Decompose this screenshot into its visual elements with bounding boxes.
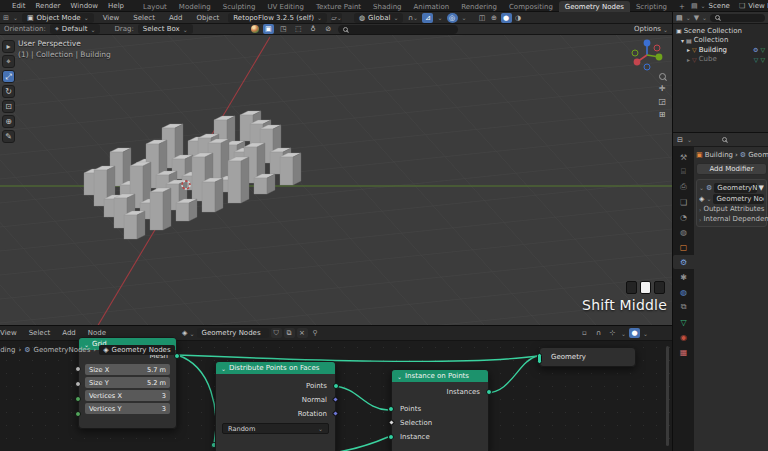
tab-sculpting[interactable]: Sculpting	[217, 1, 262, 12]
node-group-row[interactable]: ◈⌄ Geometry Nodes	[699, 193, 764, 204]
distribute-method-dropdown[interactable]: Random⌄	[222, 423, 329, 434]
object-data-tab-icon[interactable]: ▽	[673, 315, 694, 329]
addon-extra-dropdown[interactable]: ▱⌄	[331, 13, 342, 23]
zoom-icon[interactable]	[659, 73, 666, 80]
scene-name[interactable]: Scene	[709, 2, 730, 10]
tab-modeling[interactable]: Modeling	[173, 1, 217, 12]
vertices-x-input-socket[interactable]	[75, 396, 81, 402]
instance-on-points-node[interactable]: ⌄Instance on Points Instances Points Sel…	[391, 369, 489, 451]
prop-modifier-name[interactable]: Geometr	[748, 151, 768, 159]
pan-hand-icon[interactable]: ✛	[659, 84, 666, 93]
breadcrumb-node-group[interactable]: GeometryNodes	[34, 346, 91, 354]
mesh-output-socket[interactable]	[174, 353, 180, 359]
grid-vertices-y-field[interactable]: Vertices Y3	[85, 403, 170, 414]
material-shading-icon[interactable]: ●	[501, 13, 512, 23]
outliner-search-field[interactable]	[710, 14, 765, 22]
points-output-socket[interactable]	[333, 383, 339, 389]
outliner-row-scene-collection[interactable]: ▣ Scene Collection	[673, 26, 768, 36]
internal-dependencies-section[interactable]: ›Internal Dependencies	[699, 214, 764, 224]
geometry-node-editor[interactable]: View Select Add Node ◈⌄ Geometry Nodes ⛉…	[0, 325, 672, 451]
building-modifier-icon[interactable]: ⚙	[753, 46, 758, 53]
vertices-y-input-socket[interactable]	[75, 411, 81, 417]
node-editor-scrollbar[interactable]	[666, 346, 669, 446]
annotate-tool-button[interactable]: ✎	[2, 130, 15, 143]
physics-tab-icon[interactable]: ◍	[673, 285, 694, 299]
building-nodes-icon[interactable]: ▽	[760, 46, 768, 53]
outliner-row-cube[interactable]: ▸ ▽ Cube ▽ ▽	[673, 55, 768, 65]
cube-data-icon[interactable]: ▽	[754, 56, 759, 63]
add-workspace-button[interactable]: +	[673, 1, 691, 12]
navigation-gizmo[interactable]	[630, 38, 664, 72]
cube-nodes-icon[interactable]: ▽	[760, 56, 768, 63]
overlays-icon[interactable]: ⬚	[293, 24, 304, 34]
outliner-row-building[interactable]: ▸ ▽ Building ⚙ ▽	[673, 45, 768, 55]
points-input-socket[interactable]	[388, 406, 394, 412]
tab-layout[interactable]: Layout	[137, 1, 173, 12]
building-expand-icon[interactable]: ▸	[687, 46, 690, 53]
transform-orientation-dropdown[interactable]: ◍ Global⌄	[354, 13, 403, 23]
menu-view[interactable]: View	[98, 14, 125, 22]
menu-window[interactable]: Window	[65, 2, 103, 10]
tab-uv-editing[interactable]: UV Editing	[261, 1, 310, 12]
outliner-display-mode-icon[interactable]: ▤	[676, 14, 683, 22]
menu-edit[interactable]: Edit	[7, 2, 31, 10]
xray-icon[interactable]: ◳	[278, 24, 289, 34]
geometry-input-socket[interactable]	[537, 353, 542, 364]
rendered-shading-icon[interactable]: ◑	[513, 13, 524, 23]
tab-scripting[interactable]: Scripting	[630, 1, 673, 12]
modifiers-tab-icon[interactable]: ⚙	[673, 255, 694, 269]
tab-texture-paint[interactable]: Texture Paint	[310, 1, 367, 12]
retopoflow-dropdown[interactable]: RetopoFlow 3.2.5 (self)⌄	[228, 13, 327, 23]
tab-animation[interactable]: Animation	[408, 1, 456, 12]
grid-size-x-field[interactable]: Size X5.7 m	[85, 364, 170, 375]
move-tool-button[interactable]: ⤢	[2, 70, 15, 83]
proportional-editing-icon[interactable]: ◎	[447, 13, 458, 23]
ortho-toggle-icon[interactable]: ⊞	[659, 110, 666, 119]
cursor-tool-button[interactable]: ⌖	[2, 55, 15, 68]
cube-expand-icon[interactable]: ▸	[687, 56, 690, 63]
viewport-3d[interactable]: User Perspective (1) | Collection | Buil…	[0, 35, 672, 325]
outliner-row-collection[interactable]: ▾ ▤ Collection	[673, 36, 768, 46]
select-tool-button[interactable]: ▸	[2, 40, 15, 53]
snap-icon[interactable]: ∩⌄	[407, 13, 418, 23]
object-tab-icon[interactable]: ▢	[673, 240, 694, 254]
menu-select[interactable]: Select	[128, 14, 160, 22]
world-tab-icon[interactable]: ◍	[673, 225, 694, 239]
add-modifier-button[interactable]: Add Modifier	[696, 163, 767, 175]
outliner-filter-icon[interactable]: ▼	[694, 14, 699, 22]
group-output-node[interactable]: Geometry	[539, 347, 636, 367]
instances-output-socket[interactable]	[486, 389, 492, 395]
viewport-search-field[interactable]	[338, 25, 458, 34]
view-layer-name[interactable]: View La	[748, 2, 768, 10]
orientation-dropdown[interactable]: ⌖ Default⌄	[50, 24, 101, 34]
rotate-tool-button[interactable]: ↻	[2, 85, 15, 98]
solid-shading-icon[interactable]: ⊕	[489, 13, 500, 23]
particles-tab-icon[interactable]: ✱	[673, 270, 694, 284]
visibility-icon[interactable]: ⊘	[323, 24, 334, 34]
size-x-input-socket[interactable]	[75, 366, 81, 372]
texture-tab-icon[interactable]: ▦	[673, 345, 694, 359]
properties-search-icon[interactable]	[722, 137, 727, 142]
output-attributes-section[interactable]: ›Output Attributes	[699, 204, 764, 214]
menu-help[interactable]: Help	[103, 2, 129, 10]
instance-node-header[interactable]: ⌄Instance on Points	[392, 370, 488, 382]
tab-compositing[interactable]: Compositing	[503, 1, 559, 12]
material-preview-icon[interactable]	[251, 25, 259, 33]
tab-shading[interactable]: Shading	[367, 1, 407, 12]
transform-tool-button[interactable]: ⊕	[2, 115, 15, 128]
camera-view-icon[interactable]: ◲	[658, 97, 666, 106]
distribute-node-header[interactable]: ⌄Distribute Points on Faces	[216, 362, 335, 374]
scene-tab-icon[interactable]: ◔	[673, 210, 694, 224]
tab-rendering[interactable]: Rendering	[455, 1, 503, 12]
grid-vertices-x-field[interactable]: Vertices X3	[85, 390, 170, 401]
render-tab-icon[interactable]: ⌸	[673, 165, 694, 179]
output-tab-icon[interactable]: ⎙	[673, 180, 694, 194]
tab-geometry-nodes[interactable]: Geometry Nodes	[559, 1, 630, 12]
instance-input-socket[interactable]	[388, 434, 394, 440]
scale-tool-button[interactable]: ⊡	[2, 100, 15, 113]
constraints-tab-icon[interactable]: ⧉	[673, 300, 694, 314]
options-dropdown[interactable]: Options⌄	[634, 25, 668, 33]
gizmos-icon[interactable]: ♁	[308, 24, 319, 34]
prop-object-name[interactable]: Building	[705, 151, 733, 159]
scene-chevron-icon[interactable]: ⌄	[701, 2, 706, 9]
